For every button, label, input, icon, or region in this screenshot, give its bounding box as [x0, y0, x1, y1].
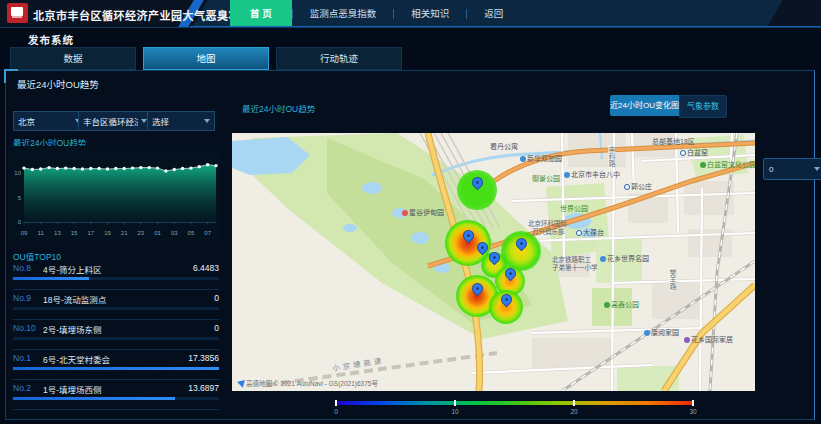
ranking-rank: No.10 — [13, 323, 43, 335]
nav-tab-3[interactable]: 相关知识 — [394, 0, 466, 27]
map-label: 花乡国际家居 — [684, 336, 733, 343]
filter-select-1[interactable]: 北京 — [13, 111, 86, 131]
legend-tick-label: 20 — [570, 408, 577, 415]
svg-text:09: 09 — [21, 230, 28, 236]
header: 北京市丰台区循环经济产业园大气恶臭状况实时 首 页监测点恶臭指数相关知识返回 — [0, 0, 821, 28]
publish-tabs: 数据地图行动轨迹 — [10, 47, 402, 70]
poi-icon — [700, 162, 706, 168]
map-label: 白盆窑 — [680, 149, 708, 156]
ranking-bar-track — [13, 367, 219, 370]
svg-text:17: 17 — [87, 230, 94, 236]
ranking-bar-track — [13, 397, 219, 400]
publish-tab-1[interactable]: 数据 — [10, 47, 136, 70]
ranking-bar-fill — [13, 397, 175, 400]
poi-icon — [564, 172, 570, 178]
map-label: 花乡世界名园 — [600, 255, 649, 262]
map-side-select[interactable]: 0 — [763, 158, 821, 180]
svg-text:03: 03 — [171, 230, 178, 236]
filter-select-value: 选择 — [152, 115, 201, 127]
map-label: 康阅家园 — [644, 329, 679, 336]
chevron-down-icon — [814, 167, 820, 171]
ranking-station-name: 2号-填埋场东侧 — [43, 323, 214, 335]
map-label: 高鑫公园 — [604, 301, 639, 308]
map-label: 北京市丰台八中 — [564, 171, 620, 178]
legend-tick-label: 0 — [334, 408, 338, 415]
nav-tab-1[interactable]: 首 页 — [230, 0, 292, 27]
svg-text:05: 05 — [188, 230, 195, 236]
filter-select-2[interactable]: 丰台区循环经济产 — [78, 111, 152, 131]
poi-icon — [604, 302, 610, 308]
ranking-value: 13.6897 — [188, 383, 219, 395]
map-button-2[interactable]: 气象参数 — [679, 95, 727, 118]
map-label: 樊羊路 — [669, 268, 676, 291]
map-label: 子弟第十一小学 — [552, 265, 598, 272]
filter-select-3[interactable]: 选择 — [147, 111, 215, 131]
filter-select-value: 丰台区循环经济产 — [83, 115, 138, 127]
map-section-title: 最近24小时OU趋势 — [242, 102, 315, 114]
poi-icon — [402, 210, 408, 216]
map-label: 北京铁路职工 — [552, 257, 591, 264]
ranking-row[interactable]: No.21号-填埋场西侧13.6897 — [13, 380, 219, 410]
main-nav: 首 页监测点恶臭指数相关知识返回 — [230, 0, 520, 27]
map-label: 丰科路 — [608, 145, 615, 168]
legend-tick-mark — [335, 400, 337, 406]
publish-tab-2[interactable]: 地图 — [143, 47, 269, 70]
svg-text:23: 23 — [138, 230, 145, 236]
svg-text:13: 13 — [54, 230, 61, 236]
svg-text:19: 19 — [104, 230, 111, 236]
svg-text:5: 5 — [18, 195, 22, 201]
svg-text:11: 11 — [38, 230, 45, 236]
map-attribution: 高德地图 © 2021 AutoNavi - GS(2021)6375号 — [237, 378, 378, 388]
chevron-down-icon — [204, 119, 210, 123]
map-label: 御景公园 — [532, 175, 560, 182]
ranking-row[interactable]: No.16号-北天堂村委会17.3856 — [13, 350, 219, 380]
legend-tick-mark — [692, 400, 694, 406]
svg-text:0: 0 — [18, 219, 22, 225]
map-label: 万兴俱乐部 — [532, 229, 565, 236]
svg-text:21: 21 — [121, 230, 128, 236]
ranking-line: No.84号-筛分上料区6.4483 — [13, 260, 219, 275]
publish-tab-3[interactable]: 行动轨迹 — [276, 47, 402, 70]
ranking-value: 17.3856 — [188, 353, 219, 365]
app-root: 北京市丰台区循环经济产业园大气恶臭状况实时 首 页监测点恶臭指数相关知识返回 发… — [0, 0, 821, 424]
ranking-line: No.21号-填埋场西侧13.6897 — [13, 380, 219, 395]
metro-station-icon — [576, 230, 582, 236]
ranking-station-name: 4号-筛分上料区 — [43, 263, 193, 275]
svg-text:15: 15 — [71, 230, 78, 236]
ranking-line: No.102号-填埋场东侧0 — [13, 320, 219, 335]
trend-chart: 0510091113151719212301030507 — [8, 146, 222, 240]
map-label: 新华双加园 — [520, 155, 562, 162]
poi-icon — [644, 330, 650, 336]
filter-select-value: 北京 — [18, 115, 72, 127]
app-logo-icon — [7, 3, 28, 23]
map-label: 星谷伊甸园 — [402, 209, 444, 216]
amap-logo-icon — [236, 378, 245, 388]
map-side-select-value: 0 — [769, 165, 811, 174]
ranking-bar-fill — [13, 367, 219, 370]
poi-icon — [684, 337, 690, 343]
legend-tick-mark — [454, 400, 456, 406]
map-label: 看丹公寓 — [490, 143, 518, 150]
nav-tab-2[interactable]: 监测点恶臭指数 — [293, 0, 394, 27]
ranking-value: 0 — [214, 293, 219, 305]
ranking-station-name: 18号-流动监测点 — [43, 293, 214, 305]
ranking-line: No.918号-流动监测点0 — [13, 290, 219, 305]
map-label: 北京环科国际 — [528, 221, 567, 228]
ranking-rank: No.8 — [13, 263, 43, 275]
map[interactable]: 星谷伊甸园看丹公寓新华双加园总部基地18区御景公园北京市丰台八中白盆窑白盆窑文化… — [232, 133, 755, 391]
ranking-row[interactable]: No.918号-流动监测点0 — [13, 290, 219, 320]
ranking-bar-track — [13, 277, 219, 280]
map-button-1[interactable]: 近24小时OU变化图 — [610, 95, 679, 116]
metro-station-icon — [680, 150, 686, 156]
map-label: 大葆台 — [576, 229, 604, 236]
poi-icon — [600, 256, 606, 262]
nav-tab-4[interactable]: 返回 — [467, 0, 520, 27]
ranking-line: No.16号-北天堂村委会17.3856 — [13, 350, 219, 365]
ranking-row[interactable]: No.102号-填埋场东侧0 — [13, 320, 219, 350]
svg-text:01: 01 — [154, 230, 161, 236]
panel-corner-accent — [4, 69, 18, 83]
ranking-row[interactable]: No.84号-筛分上料区6.4483 — [13, 260, 219, 290]
legend-tick-label: 30 — [689, 408, 696, 415]
ranking-bar-track — [13, 337, 219, 340]
svg-text:10: 10 — [14, 170, 21, 176]
